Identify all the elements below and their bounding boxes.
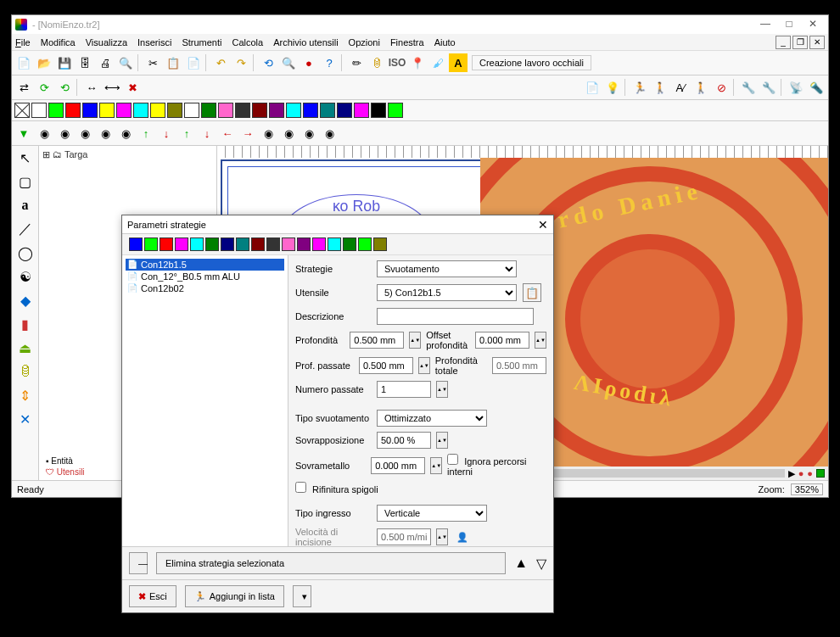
input-offset-prof[interactable] (475, 332, 529, 349)
menu-file[interactable]: File (15, 37, 31, 47)
tree-item[interactable]: Con12b02 (126, 282, 284, 294)
save-icon[interactable]: 💾 (55, 53, 74, 72)
color-swatch[interactable] (354, 103, 369, 118)
color-swatch[interactable] (129, 237, 143, 251)
shape-icon[interactable]: ◆ (15, 290, 36, 310)
flip-h-icon[interactable]: ⇄ (14, 78, 33, 97)
spinner-icon[interactable]: ▲▼ (418, 357, 430, 374)
spinner-icon[interactable]: ▲▼ (535, 332, 546, 349)
line-icon[interactable]: ／ (15, 219, 36, 239)
marker-icon[interactable]: ▼ (14, 124, 33, 142)
input-num-passate[interactable] (377, 381, 431, 398)
marker-icon[interactable]: ◉ (96, 124, 115, 142)
color-swatch[interactable] (167, 103, 182, 118)
color-swatch[interactable] (337, 103, 352, 118)
bulb-icon[interactable]: 💡 (603, 78, 622, 97)
input-sovrapp[interactable] (377, 432, 431, 449)
person-icon[interactable]: 👤 (456, 532, 468, 543)
color-swatch[interactable] (160, 237, 173, 251)
color-swatch[interactable] (65, 103, 81, 118)
zoom-value[interactable]: 352% (791, 483, 823, 495)
input-prof-passate[interactable] (359, 357, 413, 374)
tree-root[interactable]: ⊞ 🗂 Targa (42, 149, 213, 160)
mdi-restore[interactable]: ❐ (792, 36, 808, 49)
tree-item[interactable]: Con12b1.5 (126, 259, 284, 271)
color-swatch[interactable] (184, 103, 199, 118)
marker-icon[interactable]: ◉ (279, 124, 298, 142)
color-swatch[interactable] (144, 237, 158, 251)
titlebar[interactable]: - [NomiEnzo.tr2] — □ ✕ (12, 15, 828, 34)
tool-list-icon[interactable]: 📋 (523, 283, 541, 302)
color-swatch[interactable] (190, 237, 204, 251)
menu-calcola[interactable]: Calcola (232, 37, 263, 47)
run-icon[interactable]: 🏃 (630, 78, 649, 97)
select-tipo-svuot[interactable]: Ottimizzato (377, 410, 487, 427)
color-none[interactable] (14, 103, 30, 118)
paste-icon[interactable]: 📄 (184, 53, 203, 72)
input-descrizione[interactable] (377, 308, 534, 325)
cut-icon[interactable]: ✂ (143, 53, 162, 72)
preview-icon[interactable]: 🔍 (116, 53, 135, 72)
select-strategie[interactable]: Svuotamento (377, 260, 517, 277)
rotate-icon[interactable]: ⟲ (259, 53, 277, 72)
color-swatch[interactable] (48, 103, 64, 118)
circle-icon[interactable]: ◯ (15, 243, 36, 263)
help-icon[interactable]: ? (320, 53, 339, 72)
color-swatch[interactable] (320, 103, 335, 118)
rot-ccw-icon[interactable]: ⟲ (55, 78, 74, 97)
color-swatch[interactable] (282, 237, 295, 251)
color-swatch[interactable] (205, 237, 219, 251)
cursor-icon[interactable]: ↖ (15, 148, 36, 168)
color-swatch[interactable] (269, 103, 284, 118)
dialog-close-icon[interactable]: ✕ (538, 218, 548, 232)
marker-icon[interactable]: ◉ (320, 124, 339, 142)
mdi-minimize[interactable]: _ (776, 36, 791, 49)
rot-cw-icon[interactable]: ⟳ (35, 78, 53, 97)
tool1-icon[interactable]: 🔧 (739, 78, 758, 97)
color-swatch[interactable] (312, 237, 326, 251)
menu-strumenti[interactable]: Strumenti (182, 37, 221, 47)
color-swatch[interactable] (358, 237, 372, 251)
color-swatch[interactable] (150, 103, 165, 118)
color-swatch[interactable] (236, 237, 249, 251)
font-a-icon[interactable]: A (449, 53, 468, 72)
doc-icon[interactable]: 📄 (583, 78, 602, 97)
color-swatch[interactable] (388, 103, 403, 118)
spinner-icon[interactable]: ▲▼ (436, 381, 448, 398)
resize-icon[interactable]: ⇕ (15, 385, 36, 405)
eraser-icon[interactable]: ▮ (15, 314, 36, 334)
arrow-up-icon[interactable]: ▲ (514, 556, 528, 571)
open-icon[interactable]: 📂 (35, 53, 53, 72)
color-swatch[interactable] (218, 103, 233, 118)
color-swatch[interactable] (297, 237, 311, 251)
color-swatch[interactable] (116, 103, 132, 118)
undo-icon[interactable]: ↶ (211, 53, 230, 72)
tree-item[interactable]: Con_12°_B0.5 mm ALU (126, 271, 284, 282)
print-icon[interactable]: 🖨 (96, 53, 115, 72)
marker-icon[interactable]: ← (218, 124, 237, 142)
text-a-icon[interactable]: A⁄ (671, 78, 690, 97)
select-tipo-ingresso[interactable]: Verticale (377, 505, 487, 522)
pencil-icon[interactable]: ✏ (347, 53, 366, 72)
spinner-icon[interactable]: ▲▼ (409, 332, 421, 349)
drum-icon[interactable]: 🛢 (15, 361, 36, 382)
maximize-button[interactable]: □ (777, 16, 801, 33)
menu-visualizza[interactable]: Visualizza (86, 37, 127, 47)
color-swatch[interactable] (286, 103, 301, 118)
color-swatch[interactable] (235, 103, 250, 118)
yinyang-icon[interactable]: ☯ (15, 266, 36, 287)
color-swatch[interactable] (252, 103, 267, 118)
checkbox-rifinitura[interactable]: Rifinitura spigoli (295, 482, 378, 495)
menu-aiuto[interactable]: Aiuto (434, 37, 456, 47)
color-swatch[interactable] (373, 237, 387, 251)
menu-archivio[interactable]: Archivio utensili (273, 37, 338, 47)
delete-icon[interactable]: ✖ (123, 78, 142, 97)
zoom-icon[interactable]: 🔍 (279, 53, 298, 72)
spinner-icon[interactable]: ▲▼ (436, 432, 448, 449)
record-icon[interactable]: ● (300, 53, 318, 72)
menu-modifica[interactable]: Modifica (41, 37, 76, 47)
walk-icon[interactable]: 🚶 (651, 78, 669, 97)
scan-icon[interactable]: 📡 (787, 78, 805, 97)
new-icon[interactable]: 📄 (14, 53, 33, 72)
saveas-icon[interactable]: 🗄 (76, 53, 94, 72)
